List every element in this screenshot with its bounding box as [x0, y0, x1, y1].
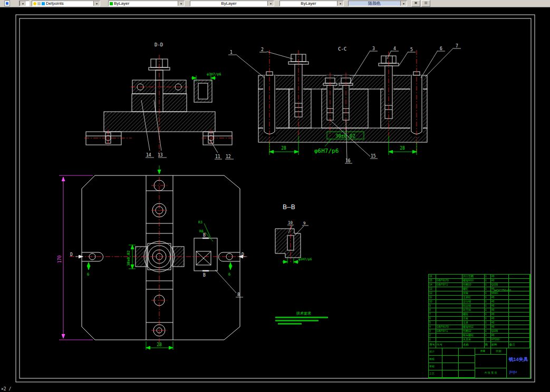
layer-name: Defpoints [46, 1, 64, 6]
toolbar-fragment [1, 1, 17, 6]
plotstyle-value: 随颜色 [368, 1, 381, 6]
bom-row: 14GB/T97.1垫圈101Q235 [429, 283, 530, 287]
layer-on-icon [33, 2, 36, 5]
bom-row: 6压板145 [429, 317, 530, 321]
dim-phi3-bb: φ3H7/p6 [298, 257, 312, 261]
bom-row: 16开口垫圈145 [429, 275, 530, 279]
dim-phi3-dd: φ3H7/p6 [207, 72, 221, 76]
bom-header-mat: 材料 [491, 342, 509, 348]
dim-30-plan: 30±0.02 [127, 250, 131, 266]
title-block: 16开口垫圈14515GB/T6170螺母M1014514GB/T97.1垫圈1… [428, 274, 530, 378]
partial-dropdown[interactable]: ▼ [19, 1, 30, 6]
bom-table: 16开口垫圈14515GB/T6170螺母M1014514GB/T97.1垫圈1… [429, 275, 530, 342]
signature-grid: 设计 校核 审核 工艺 [429, 348, 475, 378]
chevron-down-icon[interactable]: ▼ [93, 1, 100, 6]
balloon-11: 11 [215, 154, 220, 159]
lineweight-dropdown[interactable]: ByLayer ▼ [279, 1, 344, 6]
view-c-c [258, 54, 427, 142]
balloon-9: 9 [303, 221, 306, 226]
toolbar-button-1[interactable]: ▣ [411, 0, 420, 7]
bom-row: 2双头螺柱145 [429, 334, 530, 338]
scale-label: 比例 [491, 348, 507, 355]
bom-header-qty: 数量 [485, 342, 491, 348]
bom-row: 13螺钉145 [429, 287, 530, 291]
balloon-2: 2 [261, 47, 264, 52]
balloon-13: 13 [158, 153, 163, 158]
bom-header-code: 代号 [436, 342, 462, 348]
chevron-down-icon[interactable]: ▼ [400, 1, 407, 6]
bom-row: 8对刀块145 [429, 308, 530, 312]
dim-28-cc-right: 28 [400, 146, 405, 151]
section-d-right: D [242, 252, 244, 257]
chevron-down-icon[interactable]: ▼ [337, 1, 343, 6]
label-view-bb: B—B [283, 203, 295, 211]
label-view-dd: D-D [155, 42, 163, 47]
title-cell: 铣14夹具 jioju [507, 348, 530, 378]
drawing-title: 铣14夹具 [506, 356, 531, 363]
tech-requirements [275, 317, 328, 325]
bom-row: 11支承钉145 [429, 296, 530, 300]
drawing-subtitle: jioju [509, 369, 517, 374]
mass-label: 质量 [475, 348, 491, 355]
view-plan [82, 175, 240, 340]
dim-r3: R3 [198, 220, 202, 224]
view-b-b [275, 229, 301, 258]
dim-6-left: 6 [87, 272, 89, 277]
dim-170: 170 [57, 256, 62, 263]
sign-label: 审核 [429, 363, 442, 370]
drawing-number: HQC750-60 [494, 289, 511, 292]
balloon-3: 3 [372, 46, 375, 51]
section-b-top: B [203, 233, 206, 238]
chevron-down-icon[interactable]: ▼ [267, 1, 274, 6]
linetype-value: ByLayer [221, 1, 236, 6]
balloon-14: 14 [146, 153, 151, 158]
balloon-6: 6 [440, 46, 442, 51]
balloon-16: 16 [345, 159, 351, 163]
bom-row: 4GB/T6170螺母M12145 [429, 325, 530, 329]
balloon-12: 12 [226, 154, 231, 159]
title-block-lower: 设计 校核 审核 工艺 质量 比例 共 张 第 张 铣14夹具 jioju [429, 348, 530, 378]
bom-row: 9削边销145 [429, 304, 530, 308]
dim-6-right: 6 [228, 272, 230, 277]
toolbar: ▼ Defpoints ▼ ByLayer ▼ ByLayer ▼ ByLaye… [0, 0, 550, 7]
bom-header: 序号 代号 名称 数量 材料 备注 [429, 342, 530, 348]
sign-label: 校核 [429, 356, 442, 363]
color-dropdown[interactable]: ByLayer ▼ [108, 1, 185, 6]
bom-row: 10定位销145 [429, 300, 530, 304]
tech-req-title: 技术要求 [296, 311, 311, 316]
bom-row: 7螺栓145 [429, 312, 530, 317]
color-swatch-icon [110, 2, 113, 5]
layer-color-icon [42, 2, 45, 5]
plotstyle-dropdown[interactable]: 随颜色 ▼ [348, 1, 407, 6]
layer-dropdown[interactable]: Defpoints ▼ [32, 1, 100, 6]
balloon-7: 7 [456, 44, 458, 48]
command-line-text[interactable]: ×2 / [1, 387, 11, 391]
lineweight-value: ByLayer [301, 1, 316, 6]
chevron-down-icon[interactable]: ▼ [20, 1, 26, 6]
balloon-8: 8 [237, 292, 240, 297]
sign-label: 工艺 [429, 370, 442, 378]
toolbar-button-2[interactable]: ▥ [421, 0, 430, 7]
bom-header-name: 名称 [462, 342, 485, 348]
scale-mass-grid: 质量 比例 共 张 第 张 [475, 348, 507, 378]
layer-lock-icon [37, 2, 41, 5]
color-value: ByLayer [114, 1, 129, 6]
bom-row: 5支承145 [429, 321, 530, 325]
make-object-layer-icon[interactable] [4, 1, 10, 6]
dim-28-cc-left: 28 [281, 146, 286, 151]
balloon-15: 15 [371, 154, 376, 159]
sheet-label: 共 张 第 张 [475, 368, 507, 378]
label-view-cc: C-C [338, 46, 346, 52]
bom-row: 3GB/T97.1垫圈121Q235 [429, 329, 530, 334]
section-d-left: D [70, 252, 73, 257]
linetype-dropdown[interactable]: ByLayer ▼ [190, 1, 274, 6]
balloon-5: 5 [410, 47, 413, 52]
dim-phi6: φ6H7/p6 [314, 148, 339, 154]
section-b-bottom: B [203, 273, 206, 278]
bom-row: 12弹簧165Mn [429, 291, 530, 296]
bom-header-seq: 序号 [429, 342, 436, 348]
dim-28-plan: 28 [157, 342, 162, 347]
bom-row: 15GB/T6170螺母M10145 [429, 279, 530, 283]
chevron-down-icon[interactable]: ▼ [178, 1, 184, 6]
balloon-10: 10 [288, 220, 293, 225]
